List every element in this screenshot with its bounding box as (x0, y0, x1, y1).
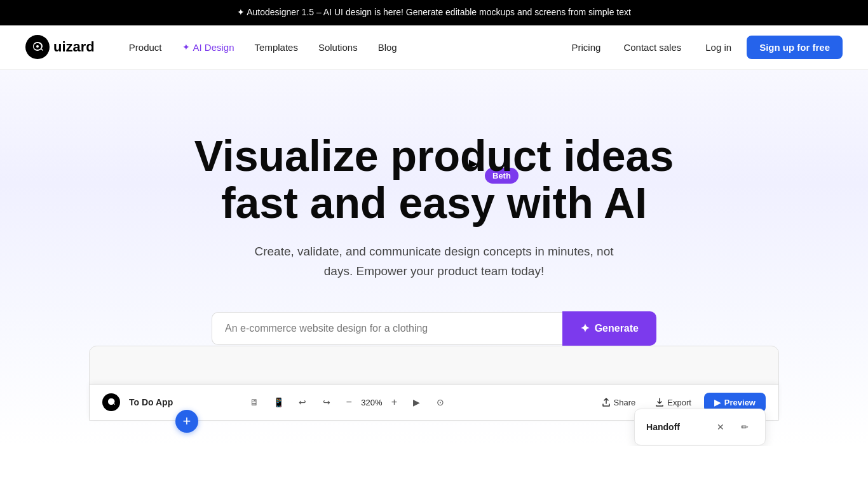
nav-item-templates[interactable]: Templates (246, 37, 307, 58)
zoom-out-button[interactable]: − (342, 395, 356, 409)
hero-prompt-input[interactable] (212, 312, 562, 345)
svg-point-0 (36, 45, 39, 48)
announcement-banner: ✦ Autodesigner 1.5 – AI UI design is her… (0, 0, 868, 25)
ai-sparkle-icon: ✦ (182, 42, 190, 52)
hero-input-row: ✦ Generate (212, 311, 656, 346)
generate-star-icon: ✦ (580, 322, 590, 336)
zoom-in-button[interactable]: + (387, 395, 401, 409)
app-frame: To Do App 🖥 📱 ↩ ↪ − 320% + ▶ ⊙ (89, 346, 779, 421)
share-icon (601, 397, 611, 407)
nav-item-solutions[interactable]: Solutions (309, 37, 367, 58)
app-preview-center: 🖥 📱 ↩ ↪ − 320% + ▶ ⊙ (245, 393, 449, 411)
logo[interactable]: uizard (25, 35, 95, 59)
handoff-icons: ✕ ✏ (712, 418, 754, 436)
add-fab-button[interactable]: + (175, 410, 198, 433)
device-tablet-icon[interactable]: 📱 (269, 393, 287, 411)
generate-button[interactable]: ✦ Generate (562, 311, 656, 346)
app-preview-left: To Do App (102, 393, 173, 411)
handoff-panel: Handoff ✕ ✏ (634, 409, 766, 445)
app-title: To Do App (129, 397, 173, 407)
hero-section: ▶ Beth Visualize product ideas fast and … (0, 70, 868, 446)
device-desktop-icon[interactable]: 🖥 (245, 393, 263, 411)
login-button[interactable]: Log in (695, 37, 742, 58)
nav-item-product[interactable]: Product (120, 37, 171, 58)
nav-item-ai-design[interactable]: ✦ AI Design (173, 37, 243, 58)
logo-icon (25, 35, 50, 59)
app-logo-small (102, 393, 120, 411)
handoff-title: Handoff (646, 422, 680, 432)
navbar: uizard Product ✦ AI Design Templates Sol… (0, 25, 868, 70)
share-button[interactable]: Share (595, 393, 642, 411)
app-preview-bar: To Do App 🖥 📱 ↩ ↪ − 320% + ▶ ⊙ (90, 384, 778, 420)
logo-wordmark: uizard (53, 39, 95, 55)
nav-item-blog[interactable]: Blog (369, 37, 406, 58)
nav-right: Pricing Contact sales Log in Sign up for… (563, 36, 843, 59)
banner-text: ✦ Autodesigner 1.5 – AI UI design is her… (237, 7, 631, 17)
nav-left: Product ✦ AI Design Templates Solutions … (120, 37, 563, 58)
hero-subtitle: Create, validate, and communicate design… (250, 242, 618, 281)
preview-play-icon: ▶ (714, 398, 721, 407)
zoom-control: − 320% + (342, 395, 401, 409)
handoff-close-button[interactable]: ✕ (712, 418, 729, 436)
export-icon (654, 397, 665, 407)
zoom-level: 320% (361, 398, 382, 407)
play-icon[interactable]: ▶ (407, 393, 425, 411)
handoff-edit-button[interactable]: ✏ (736, 418, 754, 436)
redo-icon[interactable]: ↪ (318, 393, 336, 411)
undo-icon[interactable]: ↩ (294, 393, 311, 411)
signup-button[interactable]: Sign up for free (747, 36, 843, 59)
nav-item-contact-sales[interactable]: Contact sales (614, 37, 690, 58)
hero-title: Visualize product ideas fast and easy wi… (180, 132, 688, 227)
hotspot-icon[interactable]: ⊙ (431, 393, 449, 411)
nav-item-pricing[interactable]: Pricing (563, 37, 610, 58)
